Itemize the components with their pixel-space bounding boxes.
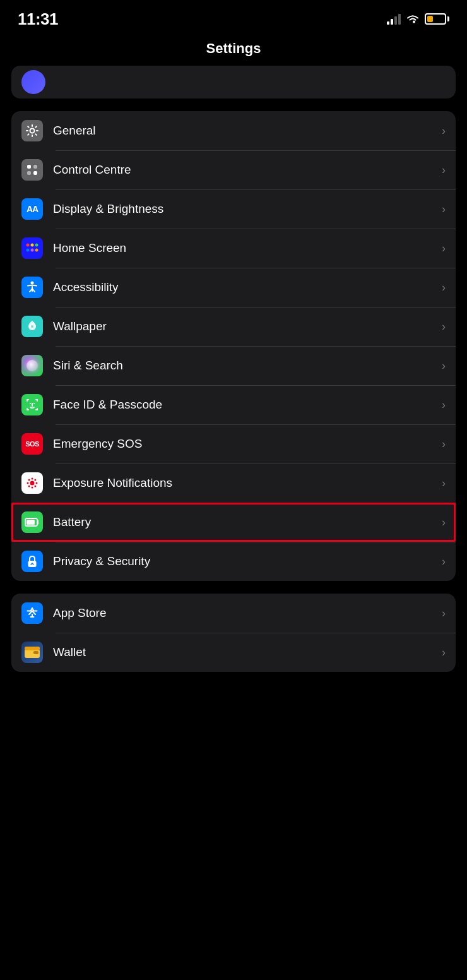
svg-point-14 xyxy=(33,403,35,404)
settings-item-general[interactable]: General › xyxy=(11,111,456,150)
svg-point-21 xyxy=(36,482,38,484)
settings-item-wallpaper[interactable]: Wallpaper › xyxy=(11,307,456,346)
battery-chevron: › xyxy=(442,516,446,529)
control-centre-chevron: › xyxy=(442,164,446,177)
emergency-sos-chevron: › xyxy=(442,438,446,451)
svg-rect-30 xyxy=(25,647,40,650)
status-time: 11:31 xyxy=(18,9,58,29)
exposure-label: Exposure Notifications xyxy=(53,476,437,490)
wifi-icon xyxy=(406,14,420,24)
settings-item-display[interactable]: AA Display & Brightness › xyxy=(11,189,456,229)
svg-point-11 xyxy=(31,282,34,285)
wallet-chevron: › xyxy=(442,646,446,659)
settings-item-accessibility[interactable]: Accessibility › xyxy=(11,268,456,307)
settings-container: General › Control Centre › AA Display & … xyxy=(0,111,467,672)
settings-item-siri[interactable]: Siri & Search › xyxy=(11,346,456,385)
battery-status-icon xyxy=(425,13,449,25)
svg-rect-1 xyxy=(27,165,31,169)
svg-point-9 xyxy=(31,249,34,252)
svg-rect-4 xyxy=(33,171,37,175)
settings-item-privacy[interactable]: Privacy & Security › xyxy=(11,542,456,581)
avatar xyxy=(21,70,45,94)
wallpaper-chevron: › xyxy=(442,320,446,333)
status-icons xyxy=(387,13,449,25)
svg-point-24 xyxy=(28,485,30,487)
svg-point-23 xyxy=(34,479,36,481)
battery-label: Battery xyxy=(53,515,437,529)
svg-point-0 xyxy=(30,129,35,133)
svg-rect-27 xyxy=(27,520,35,525)
svg-point-19 xyxy=(32,487,33,489)
svg-point-22 xyxy=(28,479,30,481)
exposure-chevron: › xyxy=(442,477,446,490)
svg-point-25 xyxy=(34,485,36,487)
svg-point-18 xyxy=(32,478,33,480)
settings-item-home-screen[interactable]: Home Screen › xyxy=(11,229,456,268)
accessibility-label: Accessibility xyxy=(53,280,437,294)
svg-point-17 xyxy=(30,481,35,486)
svg-point-5 xyxy=(27,244,30,247)
privacy-label: Privacy & Security xyxy=(53,554,437,568)
svg-point-8 xyxy=(27,249,30,252)
privacy-chevron: › xyxy=(442,555,446,568)
emergency-sos-label: Emergency SOS xyxy=(53,437,437,451)
home-screen-chevron: › xyxy=(442,242,446,255)
siri-chevron: › xyxy=(442,359,446,373)
display-label: Display & Brightness xyxy=(53,202,437,216)
page-header: Settings xyxy=(0,34,467,66)
settings-group-2: App Store › Wallet › xyxy=(11,594,456,672)
control-centre-icon xyxy=(21,159,43,181)
accessibility-icon xyxy=(21,277,43,298)
app-store-icon xyxy=(21,602,43,624)
face-id-icon xyxy=(21,394,43,415)
svg-point-13 xyxy=(30,403,31,404)
svg-point-20 xyxy=(27,482,29,484)
top-partial-item xyxy=(11,66,456,99)
siri-label: Siri & Search xyxy=(53,359,437,373)
battery-icon xyxy=(21,511,43,533)
wallet-icon xyxy=(21,642,43,663)
settings-item-emergency-sos[interactable]: SOS Emergency SOS › xyxy=(11,424,456,463)
app-store-label: App Store xyxy=(53,606,437,620)
home-screen-icon xyxy=(21,237,43,259)
wallpaper-label: Wallpaper xyxy=(53,320,437,333)
general-chevron: › xyxy=(442,124,446,138)
settings-item-app-store[interactable]: App Store › xyxy=(11,594,456,633)
settings-item-battery[interactable]: Battery › xyxy=(11,503,456,542)
exposure-icon xyxy=(21,472,43,494)
svg-rect-2 xyxy=(33,165,37,169)
settings-item-control-centre[interactable]: Control Centre › xyxy=(11,150,456,189)
face-id-chevron: › xyxy=(442,398,446,412)
wallet-label: Wallet xyxy=(53,645,437,659)
privacy-icon xyxy=(21,551,43,572)
face-id-label: Face ID & Passcode xyxy=(53,398,437,412)
accessibility-chevron: › xyxy=(442,281,446,294)
svg-point-10 xyxy=(35,249,38,252)
page-title: Settings xyxy=(206,40,261,56)
emergency-sos-icon: SOS xyxy=(21,433,43,455)
display-icon: AA xyxy=(21,198,43,220)
control-centre-label: Control Centre xyxy=(53,163,437,177)
home-screen-label: Home Screen xyxy=(53,241,437,255)
general-label: General xyxy=(53,124,437,138)
status-bar: 11:31 xyxy=(0,0,467,34)
settings-item-wallet[interactable]: Wallet › xyxy=(11,633,456,672)
settings-group-1: General › Control Centre › AA Display & … xyxy=(11,111,456,581)
siri-icon xyxy=(21,355,43,376)
general-icon xyxy=(21,120,43,141)
svg-rect-3 xyxy=(27,171,31,175)
svg-point-6 xyxy=(31,244,34,247)
wallpaper-icon xyxy=(21,316,43,337)
display-chevron: › xyxy=(442,203,446,216)
svg-rect-31 xyxy=(33,651,38,654)
signal-icon xyxy=(387,13,401,25)
settings-item-face-id[interactable]: Face ID & Passcode › xyxy=(11,385,456,424)
app-store-chevron: › xyxy=(442,607,446,620)
settings-item-exposure[interactable]: Exposure Notifications › xyxy=(11,463,456,503)
svg-point-7 xyxy=(35,244,38,247)
